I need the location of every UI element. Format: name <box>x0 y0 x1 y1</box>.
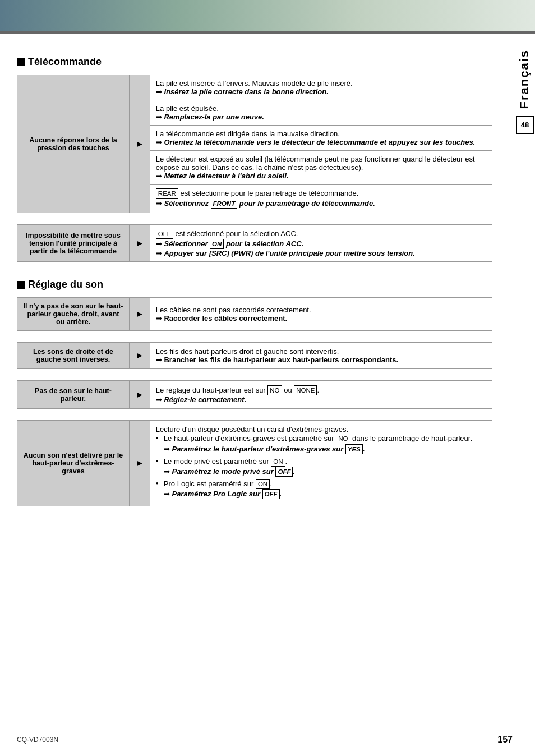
solution-text: Le détecteur est exposé au soleil (la té… <box>156 155 475 172</box>
solution-text: Les câbles ne sont pas raccordés correct… <box>156 306 311 314</box>
box-yes: YES <box>345 444 363 454</box>
box-no-2: NO <box>336 434 350 444</box>
arrow-6: ► <box>130 421 150 506</box>
problem-2: Impossibilité de mettre sous tension l'u… <box>17 225 130 262</box>
solution-cell: Le réglage du haut-parleur est sur NO ou… <box>150 381 492 409</box>
problem-3: Il n'y a pas de son sur le haut-parleur … <box>17 298 130 331</box>
telecommande-table: Aucune réponse lors de la pression des t… <box>17 75 492 213</box>
action-text: Insérez la pile correcte dans la bonne d… <box>164 87 328 96</box>
telecommande-table-2: Impossibilité de mettre sous tension l'u… <box>17 224 492 262</box>
main-content: Télécommande Aucune réponse lors de la p… <box>0 34 515 529</box>
arrow-4: ► <box>130 343 150 369</box>
solution-row: La pile est insérée à l'envers. Mauvais … <box>150 75 492 100</box>
table-row: Les sons de droite et de gauche sont inv… <box>17 343 492 369</box>
action-text-2: Appuyer sur [SRC] (PWR) de l'unité princ… <box>164 249 414 257</box>
arrow-5: ► <box>130 381 150 409</box>
box-on-1: ON <box>271 457 285 467</box>
bullet-item-2: Le mode privé est paramétré sur ON. ➡ Pa… <box>156 457 486 477</box>
header-image <box>0 0 535 34</box>
action-text: Orientez la télécommande vers le détecte… <box>164 138 475 146</box>
action-text: Remplacez-la par une neuve. <box>164 113 264 121</box>
table-row: Pas de son sur le haut-parleur. ► Le rég… <box>17 381 492 409</box>
bullet-text: Le haut-parleur d'extrêmes-graves est pa… <box>164 434 472 442</box>
action-text: Paramétrez le mode privé sur OFF. <box>172 467 295 476</box>
intro-text: Lecture d'un disque possédant un canal d… <box>156 425 348 434</box>
section-icon-2 <box>17 281 25 289</box>
action-text: Mettez le détecteur à l'abri du soleil. <box>164 172 288 180</box>
footer-model: CQ-VD7003N <box>17 736 58 744</box>
solution-text: La télécommande est dirigée dans la mauv… <box>156 130 340 138</box>
reglage-table-3: Pas de son sur le haut-parleur. ► Le rég… <box>17 380 492 409</box>
arrow-3: ► <box>130 298 150 331</box>
section-heading-reglage: Réglage du son <box>17 279 492 291</box>
box-none: NONE <box>294 385 317 395</box>
solution-cell: Lecture d'un disque possédant un canal d… <box>150 421 492 506</box>
footer-page: 157 <box>497 735 513 745</box>
bullet-text: Pro Logic est paramétré sur ON. <box>164 480 272 488</box>
problem-5: Pas de son sur le haut-parleur. <box>17 381 130 409</box>
sidebar: Français 48 <box>515 45 535 136</box>
action-text: Paramétrez Pro Logic sur OFF. <box>172 490 282 498</box>
footer: CQ-VD7003N 157 <box>17 735 513 745</box>
section-title-telecommande: Télécommande <box>28 56 102 68</box>
box-label-rear: REAR <box>156 188 178 199</box>
solution-text: est sélectionné pour le paramétrage de t… <box>180 189 358 197</box>
table-row: Il n'y a pas de son sur le haut-parleur … <box>17 298 492 331</box>
bullet-list: Le haut-parleur d'extrêmes-graves est pa… <box>156 434 486 499</box>
box-off-1: OFF <box>275 467 293 477</box>
solution-text: est sélectionné pour la sélection ACC. <box>175 229 298 238</box>
box-label-off: OFF <box>156 229 173 239</box>
table-row: Aucun son n'est délivré par le haut-parl… <box>17 421 492 506</box>
arrow-2: ► <box>130 225 150 262</box>
solution-row: La pile est épuisée. ➡ Remplacez-la par … <box>150 100 492 126</box>
solution-row: La télécommande est dirigée dans la mauv… <box>150 126 492 151</box>
reglage-table-4: Aucun son n'est délivré par le haut-parl… <box>17 420 492 506</box>
action-text: Sélectionner ON pour la sélection ACC. <box>164 239 303 248</box>
action-text: Réglez-le correctement. <box>164 395 246 404</box>
reglage-table-1: Il n'y a pas de son sur le haut-parleur … <box>17 297 492 331</box>
solution-cell: Les câbles ne sont pas raccordés correct… <box>150 298 492 331</box>
table-row: Aucune réponse lors de la pression des t… <box>17 75 492 213</box>
sidebar-language-label: Français <box>515 45 534 114</box>
problem-4: Les sons de droite et de gauche sont inv… <box>17 343 130 369</box>
solution-text: La pile est insérée à l'envers. Mauvais … <box>156 79 353 87</box>
box-on-2: ON <box>256 479 270 489</box>
solution-text: Le réglage du haut-parleur est sur NO ou… <box>156 386 319 394</box>
solution-text: La pile est épuisée. <box>156 104 219 113</box>
arrow-1: ► <box>130 75 150 213</box>
section-heading-telecommande: Télécommande <box>17 56 492 68</box>
section-icon <box>17 58 25 66</box>
problem-6: Aucun son n'est délivré par le haut-parl… <box>17 421 130 506</box>
bullet-item-1: Le haut-parleur d'extrêmes-graves est pa… <box>156 434 486 454</box>
box-no: NO <box>268 385 282 395</box>
bullet-text: Le mode privé est paramétré sur ON. <box>164 457 287 465</box>
action-text: Brancher les fils de haut-parleur aux ha… <box>164 356 398 364</box>
action-text: Paramétrez le haut-parleur d'extrêmes-gr… <box>172 445 365 453</box>
box-label-on: ON <box>210 239 224 249</box>
table-row: Impossibilité de mettre sous tension l'u… <box>17 225 492 262</box>
action-text: Raccorder les câbles correctement. <box>164 314 287 322</box>
box-label-front: FRONT <box>211 199 238 209</box>
section-title-reglage: Réglage du son <box>28 279 103 291</box>
action-text: Sélectionnez FRONT pour le paramétrage d… <box>164 199 375 208</box>
reglage-table-2: Les sons de droite et de gauche sont inv… <box>17 342 492 369</box>
problem-1: Aucune réponse lors de la pression des t… <box>17 75 130 213</box>
solution-row: REAR est sélectionné pour le paramétrage… <box>150 185 492 213</box>
solution-text: Les fils des haut-parleurs droit et gauc… <box>156 347 339 356</box>
solution-row: OFF est sélectionné pour la sélection AC… <box>150 225 492 261</box>
bullet-item-3: Pro Logic est paramétré sur ON. ➡ Paramé… <box>156 479 486 499</box>
sidebar-number: 48 <box>516 116 534 134</box>
solution-cell: Les fils des haut-parleurs droit et gauc… <box>150 343 492 369</box>
box-off-2: OFF <box>262 489 280 499</box>
solution-row: Le détecteur est exposé au soleil (la té… <box>150 151 492 185</box>
